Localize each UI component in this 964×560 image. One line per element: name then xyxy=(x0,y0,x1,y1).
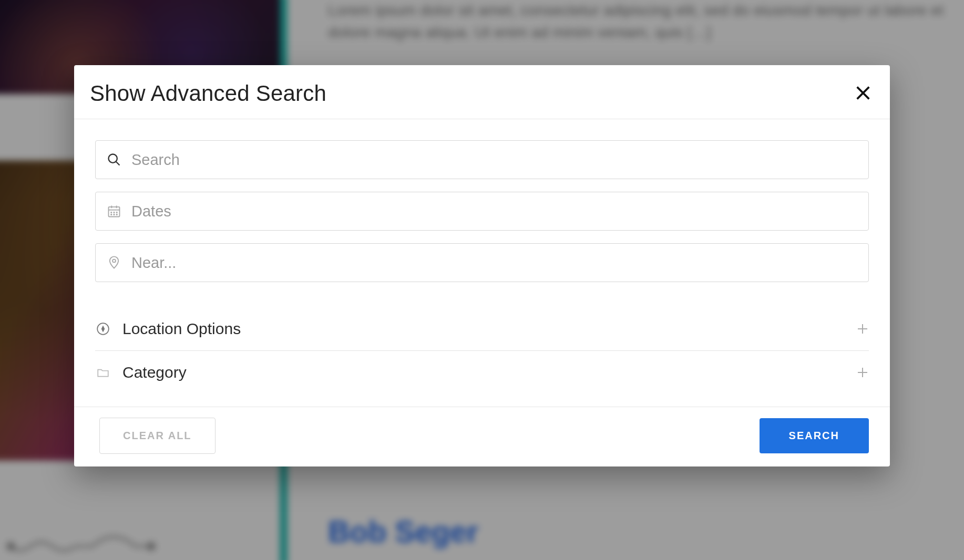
modal-body: Location Options Category xyxy=(74,119,890,407)
svg-point-8 xyxy=(111,212,111,213)
plus-icon xyxy=(856,366,869,379)
folder-icon xyxy=(95,365,111,380)
modal-title: Show Advanced Search xyxy=(90,81,326,106)
dates-input[interactable] xyxy=(95,192,869,231)
close-icon xyxy=(854,96,872,103)
svg-point-9 xyxy=(114,212,114,213)
location-pin-icon xyxy=(106,254,122,271)
modal-header: Show Advanced Search xyxy=(74,65,890,119)
search-icon xyxy=(106,151,122,168)
svg-point-2 xyxy=(109,154,117,163)
category-row[interactable]: Category xyxy=(95,351,869,394)
accordion: Location Options Category xyxy=(95,307,869,394)
category-label: Category xyxy=(122,364,845,381)
svg-point-14 xyxy=(112,260,116,263)
calendar-icon xyxy=(106,203,122,220)
dates-field-wrap xyxy=(95,192,869,231)
close-button[interactable] xyxy=(852,82,874,106)
search-field-wrap xyxy=(95,140,869,179)
near-field-wrap xyxy=(95,243,869,282)
compass-icon xyxy=(95,321,111,337)
location-options-label: Location Options xyxy=(122,320,845,338)
modal-footer: CLEAR ALL SEARCH xyxy=(74,407,890,466)
plus-icon xyxy=(856,323,869,335)
svg-point-10 xyxy=(117,212,117,213)
svg-line-3 xyxy=(116,162,120,165)
clear-all-button[interactable]: CLEAR ALL xyxy=(99,418,216,454)
svg-point-11 xyxy=(111,214,111,215)
near-input[interactable] xyxy=(95,243,869,282)
location-options-row[interactable]: Location Options xyxy=(95,307,869,351)
svg-point-13 xyxy=(117,214,117,215)
search-input[interactable] xyxy=(95,140,869,179)
advanced-search-modal: Show Advanced Search xyxy=(74,65,890,466)
search-button[interactable]: SEARCH xyxy=(760,418,869,453)
svg-point-12 xyxy=(114,214,114,215)
